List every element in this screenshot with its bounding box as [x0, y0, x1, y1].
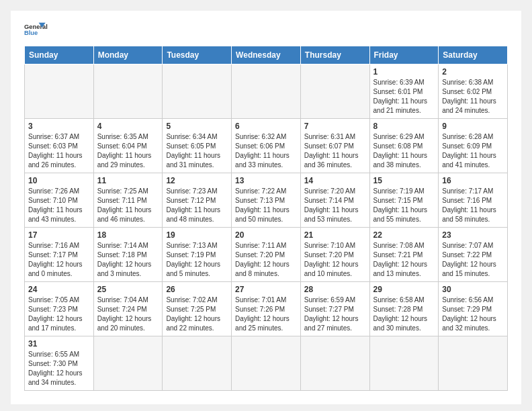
calendar-cell: 17Sunrise: 7:16 AM Sunset: 7:17 PM Dayli…: [25, 228, 94, 282]
calendar-cell: 5Sunrise: 6:34 AM Sunset: 6:05 PM Daylig…: [163, 119, 232, 173]
calendar-cell: [25, 64, 94, 119]
header: GeneralBlue: [24, 21, 508, 40]
day-number: 25: [97, 285, 159, 294]
day-info: Sunrise: 6:56 AM Sunset: 7:29 PM Dayligh…: [442, 295, 504, 333]
day-info: Sunrise: 7:26 AM Sunset: 7:10 PM Dayligh…: [28, 187, 90, 224]
calendar-cell: [93, 336, 163, 391]
day-info: Sunrise: 7:13 AM Sunset: 7:19 PM Dayligh…: [166, 241, 228, 279]
day-info: Sunrise: 6:28 AM Sunset: 6:09 PM Dayligh…: [442, 132, 504, 170]
day-number: 18: [97, 230, 159, 240]
day-info: Sunrise: 6:31 AM Sunset: 6:07 PM Dayligh…: [304, 132, 366, 170]
day-info: Sunrise: 6:29 AM Sunset: 6:08 PM Dayligh…: [373, 132, 435, 170]
calendar-cell: [163, 64, 232, 119]
day-info: Sunrise: 7:11 AM Sunset: 7:20 PM Dayligh…: [235, 241, 297, 279]
day-info: Sunrise: 7:04 AM Sunset: 7:24 PM Dayligh…: [97, 295, 159, 333]
day-info: Sunrise: 7:16 AM Sunset: 7:17 PM Dayligh…: [28, 241, 90, 279]
calendar-week-row: 24Sunrise: 7:05 AM Sunset: 7:23 PM Dayli…: [25, 282, 508, 336]
calendar-cell: 14Sunrise: 7:20 AM Sunset: 7:14 PM Dayli…: [300, 173, 369, 228]
weekday-header-monday: Monday: [93, 46, 163, 64]
calendar-cell: 16Sunrise: 7:17 AM Sunset: 7:16 PM Dayli…: [439, 173, 508, 228]
calendar-week-row: 31Sunrise: 6:55 AM Sunset: 7:30 PM Dayli…: [25, 336, 508, 391]
day-number: 8: [373, 122, 435, 131]
calendar-week-row: 10Sunrise: 7:26 AM Sunset: 7:10 PM Dayli…: [25, 173, 508, 228]
calendar-cell: 6Sunrise: 6:32 AM Sunset: 6:06 PM Daylig…: [232, 119, 301, 173]
calendar-week-row: 1Sunrise: 6:39 AM Sunset: 6:01 PM Daylig…: [25, 64, 508, 119]
day-number: 22: [373, 230, 435, 240]
day-number: 10: [28, 176, 90, 185]
day-number: 29: [373, 285, 435, 294]
day-info: Sunrise: 6:39 AM Sunset: 6:01 PM Dayligh…: [373, 78, 435, 116]
day-info: Sunrise: 7:20 AM Sunset: 7:14 PM Dayligh…: [304, 187, 366, 224]
calendar-cell: 29Sunrise: 6:58 AM Sunset: 7:28 PM Dayli…: [369, 282, 439, 336]
day-number: 3: [28, 122, 90, 131]
calendar-cell: 24Sunrise: 7:05 AM Sunset: 7:23 PM Dayli…: [25, 282, 94, 336]
calendar-cell: 22Sunrise: 7:08 AM Sunset: 7:21 PM Dayli…: [369, 228, 439, 282]
day-number: 5: [166, 122, 228, 131]
day-number: 15: [373, 176, 435, 185]
day-info: Sunrise: 7:23 AM Sunset: 7:12 PM Dayligh…: [166, 187, 228, 224]
calendar-cell: 4Sunrise: 6:35 AM Sunset: 6:04 PM Daylig…: [93, 119, 163, 173]
day-number: 26: [166, 285, 228, 294]
day-info: Sunrise: 6:34 AM Sunset: 6:05 PM Dayligh…: [166, 132, 228, 170]
day-number: 12: [166, 176, 228, 185]
day-info: Sunrise: 6:37 AM Sunset: 6:03 PM Dayligh…: [28, 132, 90, 170]
calendar-cell: 23Sunrise: 7:07 AM Sunset: 7:22 PM Dayli…: [439, 228, 508, 282]
day-info: Sunrise: 7:22 AM Sunset: 7:13 PM Dayligh…: [235, 187, 297, 224]
day-number: 19: [166, 230, 228, 240]
day-info: Sunrise: 7:10 AM Sunset: 7:20 PM Dayligh…: [304, 241, 366, 279]
calendar-cell: 9Sunrise: 6:28 AM Sunset: 6:09 PM Daylig…: [439, 119, 508, 173]
day-number: 20: [235, 230, 297, 240]
svg-text:Blue: Blue: [24, 30, 38, 36]
day-info: Sunrise: 6:35 AM Sunset: 6:04 PM Dayligh…: [97, 132, 159, 170]
weekday-header-saturday: Saturday: [439, 46, 508, 64]
calendar-cell: 7Sunrise: 6:31 AM Sunset: 6:07 PM Daylig…: [300, 119, 369, 173]
logo: GeneralBlue: [24, 21, 48, 40]
calendar-cell: 30Sunrise: 6:56 AM Sunset: 7:29 PM Dayli…: [439, 282, 508, 336]
calendar-cell: 21Sunrise: 7:10 AM Sunset: 7:20 PM Dayli…: [300, 228, 369, 282]
calendar-cell: 15Sunrise: 7:19 AM Sunset: 7:15 PM Dayli…: [369, 173, 439, 228]
calendar-cell: 8Sunrise: 6:29 AM Sunset: 6:08 PM Daylig…: [369, 119, 439, 173]
day-number: 16: [442, 176, 504, 185]
day-number: 11: [97, 176, 159, 185]
calendar-cell: 19Sunrise: 7:13 AM Sunset: 7:19 PM Dayli…: [163, 228, 232, 282]
weekday-header-thursday: Thursday: [300, 46, 369, 64]
calendar-cell: 10Sunrise: 7:26 AM Sunset: 7:10 PM Dayli…: [25, 173, 94, 228]
day-number: 1: [373, 67, 435, 77]
calendar-cell: 12Sunrise: 7:23 AM Sunset: 7:12 PM Dayli…: [163, 173, 232, 228]
calendar-cell: 27Sunrise: 7:01 AM Sunset: 7:26 PM Dayli…: [232, 282, 301, 336]
calendar-cell: [163, 336, 232, 391]
day-info: Sunrise: 7:08 AM Sunset: 7:21 PM Dayligh…: [373, 241, 435, 279]
calendar-cell: [300, 336, 369, 391]
weekday-header-friday: Friday: [369, 46, 439, 64]
calendar-cell: 2Sunrise: 6:38 AM Sunset: 6:02 PM Daylig…: [439, 64, 508, 119]
calendar-cell: 13Sunrise: 7:22 AM Sunset: 7:13 PM Dayli…: [232, 173, 301, 228]
day-number: 31: [28, 339, 90, 349]
day-number: 24: [28, 285, 90, 294]
calendar-cell: 20Sunrise: 7:11 AM Sunset: 7:20 PM Dayli…: [232, 228, 301, 282]
calendar-cell: 18Sunrise: 7:14 AM Sunset: 7:18 PM Dayli…: [93, 228, 163, 282]
calendar-week-row: 3Sunrise: 6:37 AM Sunset: 6:03 PM Daylig…: [25, 119, 508, 173]
weekday-header-wednesday: Wednesday: [232, 46, 301, 64]
day-info: Sunrise: 7:14 AM Sunset: 7:18 PM Dayligh…: [97, 241, 159, 279]
calendar-cell: [300, 64, 369, 119]
calendar-week-row: 17Sunrise: 7:16 AM Sunset: 7:17 PM Dayli…: [25, 228, 508, 282]
day-number: 4: [97, 122, 159, 131]
day-info: Sunrise: 7:07 AM Sunset: 7:22 PM Dayligh…: [442, 241, 504, 279]
day-info: Sunrise: 7:05 AM Sunset: 7:23 PM Dayligh…: [28, 295, 90, 333]
day-info: Sunrise: 7:01 AM Sunset: 7:26 PM Dayligh…: [235, 295, 297, 333]
day-number: 28: [304, 285, 366, 294]
calendar-cell: 11Sunrise: 7:25 AM Sunset: 7:11 PM Dayli…: [93, 173, 163, 228]
day-info: Sunrise: 7:17 AM Sunset: 7:16 PM Dayligh…: [442, 187, 504, 224]
calendar-cell: [439, 336, 508, 391]
day-number: 17: [28, 230, 90, 240]
page: GeneralBlue SundayMondayTuesdayWednesday…: [11, 11, 521, 404]
weekday-header-sunday: Sunday: [25, 46, 94, 64]
day-number: 6: [235, 122, 297, 131]
calendar-cell: [232, 64, 301, 119]
day-number: 30: [442, 285, 504, 294]
calendar-cell: [232, 336, 301, 391]
day-info: Sunrise: 6:32 AM Sunset: 6:06 PM Dayligh…: [235, 132, 297, 170]
calendar-table: SundayMondayTuesdayWednesdayThursdayFrid…: [24, 46, 508, 391]
weekday-header-tuesday: Tuesday: [163, 46, 232, 64]
calendar-cell: 26Sunrise: 7:02 AM Sunset: 7:25 PM Dayli…: [163, 282, 232, 336]
